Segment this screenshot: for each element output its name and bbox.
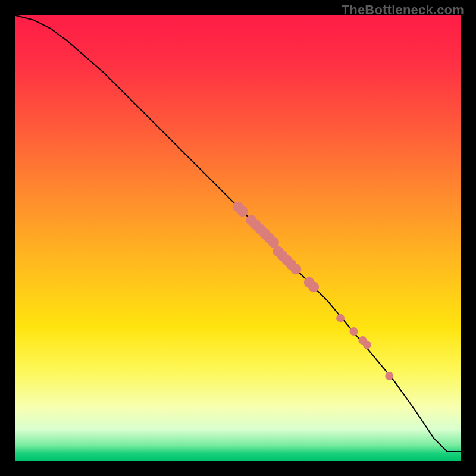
curve-markers	[233, 202, 393, 380]
curve-marker	[308, 281, 319, 292]
curve-marker	[336, 314, 345, 322]
chart-svg	[15, 15, 461, 461]
curve-line	[15, 15, 461, 452]
curve-marker	[349, 327, 358, 336]
chart-stage: TheBottleneck.com	[0, 0, 476, 476]
plot-area	[15, 15, 461, 461]
curve-marker	[385, 372, 393, 380]
curve-marker	[363, 341, 371, 349]
curve-marker	[237, 206, 248, 217]
curve-marker	[290, 264, 301, 274]
